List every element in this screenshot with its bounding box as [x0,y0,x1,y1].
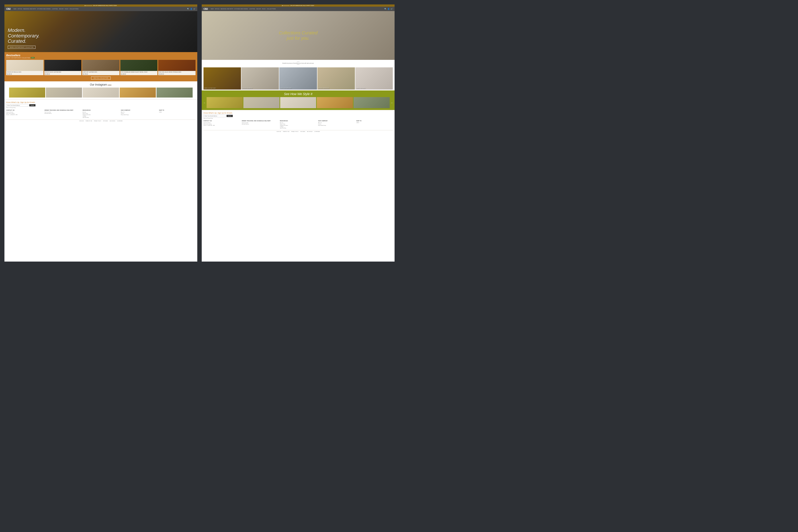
brand-logo[interactable]: CB2 [6,7,11,10]
nav-item-bedding[interactable]: BEDDING AND BATH [23,8,36,10]
nav-item-new[interactable]: NEW [14,8,16,10]
product-image-0[interactable] [6,60,43,71]
footer-r-link-shipping[interactable]: Shipping Information [280,125,316,126]
footer-link-schedule[interactable]: Schedule Delivery [44,113,81,114]
style-carousel-right-arrow[interactable]: → [391,101,393,104]
footer-link-catalogs[interactable]: Catalogs [83,115,119,117]
footer-r-link-blog[interactable]: Style Files Blog [280,128,316,129]
footer-r-terms[interactable]: TERMS OF USE [283,131,289,132]
cart-icon-right[interactable]: 🛒 [391,8,393,10]
footer-r-privacy[interactable]: PRIVACY POLICY [291,131,299,132]
collection-item-2[interactable]: COOL CONTEMPORARY [279,68,317,90]
instagram-image-1[interactable] [9,88,45,97]
collection-item-4[interactable]: SIMPLE NEUTRALS [355,68,393,90]
nav-item-office[interactable]: OFFICE [18,8,22,10]
footer-link-careers[interactable]: Careers [121,113,157,114]
nav-item-collections[interactable]: COLLECTIONS [70,8,79,10]
nav-r-office[interactable]: OFFICE [215,8,220,10]
nav-r-lighting[interactable]: LIGHTING [249,8,255,10]
search-icon[interactable]: 🔍 [187,8,189,10]
product-image-3[interactable] [120,60,158,71]
footer-submit-button[interactable]: Submit [29,104,36,107]
nav-r-bedding[interactable]: BEDDING AND BATH [221,8,233,10]
carousel-right-arrow[interactable]: → [193,91,195,94]
collection-item-3[interactable]: MODERN FARMHOUSE [318,68,355,90]
wishlist-icon-0[interactable]: ♡ [42,72,43,73]
collection-item-0[interactable]: WARM CONTEMPORARY [204,68,241,90]
carousel-left-arrow[interactable]: ← [6,91,8,94]
footer-r-link-careers[interactable]: Careers [318,124,355,125]
product-image-2[interactable] [82,60,119,71]
footer-link-shipping[interactable]: Shipping Information [83,114,119,115]
promo-banner-right[interactable]: 20% OFF WAREHOUSE SALE STARTS TODAY [202,4,395,7]
footer-email-input-right[interactable] [204,115,226,117]
nav-r-decor[interactable]: DECOR [256,8,261,10]
footer-link-track[interactable]: Track Your Order [44,112,81,113]
product-image-1[interactable] [44,60,81,71]
account-icon-right[interactable]: 👤 [387,8,390,10]
promo-banner[interactable]: 20% OFF WAREHOUSE SALE STARTS TODAY [4,4,197,7]
footer-link-account[interactable]: Account [83,112,119,113]
wishlist-icon-1[interactable]: ♡ [80,72,81,73]
nav-item-decor[interactable]: DECOR [59,8,64,10]
instagram-image-2[interactable] [46,88,82,97]
footer-r-ad-choices[interactable]: AD CHOICES [307,131,312,132]
product-image-4[interactable] [158,60,195,71]
footer-r-link-customer-service[interactable]: Customer Service [204,122,240,123]
footer-link-stores[interactable]: Stores and Locations [6,113,42,114]
footer-r-link-account[interactable]: Account [280,122,316,123]
nav-item-rugs[interactable]: RUGS [65,8,68,10]
cart-icon[interactable]: 🛒 [193,8,195,10]
footer-ad-choices[interactable]: AD CHOICES [110,120,115,121]
footer-r-site-index[interactable]: SITE INDEX [300,131,305,132]
footer-link-about[interactable]: About Us [121,112,157,113]
instagram-handle[interactable]: #CB2 [107,84,112,86]
footer-r-link-schedule[interactable]: Schedule Delivery [242,124,278,125]
account-icon[interactable]: 👤 [190,8,192,10]
hero-cta-button[interactable]: WARM CONTEMPORARY COLLECTION [8,46,36,49]
footer-r-link-about[interactable]: About Us [318,122,355,123]
style-image-4[interactable] [317,97,353,108]
footer-r-link-responsible[interactable]: Responsible Design [318,125,355,126]
footer-link-usa[interactable]: USA ▼ [159,112,195,113]
instagram-image-5[interactable] [156,88,193,97]
see-full-collection-button[interactable]: SEE FULL COLLECTION [91,76,111,80]
footer-r-link-track[interactable]: Track Your Order [242,122,278,123]
footer-r-link-return[interactable]: Return Policy [280,124,316,125]
wishlist-icon-3[interactable]: ♡ [156,72,157,73]
footer-terms[interactable]: TERMS OF USE [86,120,92,121]
nav-item-kitchen[interactable]: KITCHEN AND DINING [37,8,51,10]
footer-link-blog[interactable]: Style Files Blog [83,117,119,118]
style-image-3[interactable] [280,97,316,108]
footer-privacy-link-right[interactable]: Read our Privacy Policy [204,118,393,119]
nav-r-kitchen[interactable]: KITCHEN AND DINING [234,8,248,10]
footer-r-cobrowse[interactable]: CO-BROWSE [314,131,320,132]
footer-r-link-catalogs[interactable]: Catalogs [280,126,316,127]
footer-cobrowse[interactable]: CO-BROWSE [117,120,122,121]
footer-link-customer-service[interactable]: Customer Service [6,112,42,113]
instagram-image-3[interactable] [83,88,119,97]
footer-submit-button-right[interactable]: Submit [227,115,233,117]
footer-link-responsible[interactable]: Responsible Design [121,114,157,115]
style-image-5[interactable] [354,97,390,108]
nav-item-lighting[interactable]: LIGHTING [52,8,58,10]
footer-r-link-stores[interactable]: Stores and Locations [204,124,240,125]
style-image-2[interactable] [243,97,280,108]
wishlist-icon-2[interactable]: ♡ [118,72,119,73]
style-carousel-left-arrow[interactable]: ← [204,101,206,104]
collection-item-1[interactable]: MODERN MINIMALIST [241,68,279,90]
footer-email-input[interactable] [6,104,28,107]
footer-link-return[interactable]: Return Policy [83,113,119,114]
footer-r-link-usa[interactable]: USA ▼ [357,122,393,123]
instagram-image-4[interactable] [120,88,156,97]
style-image-1[interactable] [207,97,243,108]
nav-r-new[interactable]: NEW [211,8,214,10]
footer-privacy[interactable]: PRIVACY POLICY [94,120,101,121]
footer-site-index[interactable]: SITE INDEX [103,120,108,121]
nav-r-rugs[interactable]: RUGS [262,8,266,10]
brand-logo-right[interactable]: CB2 [204,7,208,10]
nav-r-collections[interactable]: COLLECTIONS [267,8,276,10]
footer-privacy-link[interactable]: Read our Privacy Policy [6,107,195,108]
search-icon-right[interactable]: 🔍 [384,8,386,10]
wishlist-icon-4[interactable]: ♡ [194,72,195,73]
